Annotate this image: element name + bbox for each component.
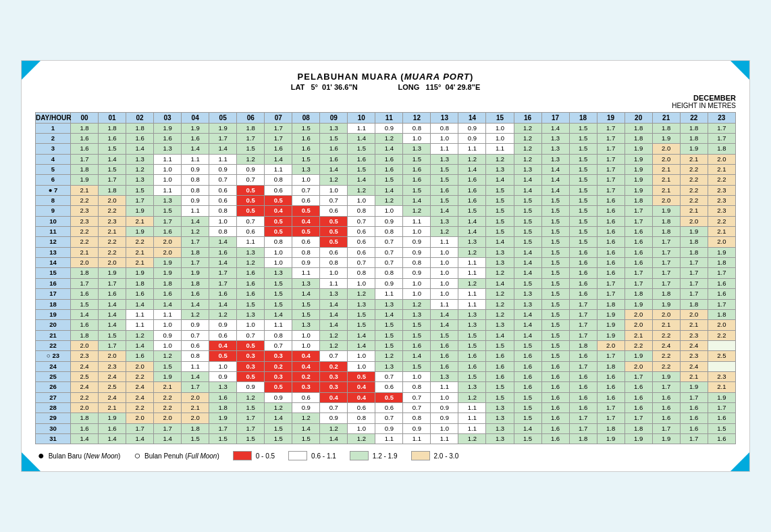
cell-day5-hour11: 1.6 [375,165,403,175]
cell-day18-hour16: 1.3 [514,299,541,309]
cell-day29-hour21: 1.6 [652,413,680,423]
cell-day26-hour4: 1.7 [182,382,209,392]
cell-day1-hour2: 1.8 [126,123,154,133]
cell-day5-hour8: 1.3 [292,165,320,175]
cell-day15-hour6: 1.6 [237,268,265,278]
cell-day12-hour12: 0.9 [403,237,431,247]
cell-day3-hour19: 1.7 [597,144,624,154]
cell-day8-hour4: 0.9 [182,196,209,206]
day-24-cell: 24 [36,361,71,371]
cell-day15-hour0: 1.8 [71,268,99,278]
cell-day15-hour13: 1.0 [431,268,458,278]
cell-day12-hour16: 1.5 [514,237,541,247]
cell-day18-hour17: 1.5 [541,299,569,309]
cell-day15-hour14: 1.1 [458,268,486,278]
cell-day26-hour16: 1.6 [514,382,541,392]
cell-day3-hour18: 1.5 [569,144,597,154]
cell-day5-hour19: 1.7 [597,165,624,175]
table-row: 51.81.51.21.00.90.90.91.11.31.41.51.61.6… [36,165,736,175]
cell-day29-hour16: 1.5 [514,413,541,423]
corner-br-decoration [730,452,749,471]
cell-day28-hour6: 1.5 [237,402,265,413]
cell-day12-hour21: 1.7 [652,237,680,247]
cell-day21-hour4: 0.7 [182,330,209,340]
hour-07-header: 07 [265,112,292,123]
cell-day21-hour17: 1.5 [541,330,569,340]
cell-day18-hour1: 1.4 [99,299,126,309]
cell-day30-hour20: 1.8 [624,423,652,433]
cell-day6-hour16: 1.4 [514,175,541,185]
cell-day24-hour17: 1.6 [541,361,569,371]
day-15-cell: 15 [36,268,71,278]
cell-day15-hour23: 1.7 [708,268,735,278]
cell-day2-hour19: 1.7 [597,134,624,144]
cell-day31-hour14: 1.2 [458,433,486,444]
table-row: 272.22.42.42.22.01.61.20.90.60.40.40.50.… [36,392,736,402]
cell-day30-hour7: 1.5 [265,423,292,433]
cell-day6-hour23: 2.2 [708,175,735,185]
cell-day5-hour12: 1.6 [403,165,431,175]
cell-day8-hour0: 2.2 [71,196,99,206]
cell-day15-hour16: 1.4 [514,268,541,278]
day-12-cell: 12 [36,237,71,247]
cell-day5-hour14: 1.4 [458,165,486,175]
cell-day17-hour1: 1.6 [99,289,126,299]
cell-day11-hour22: 1.9 [680,227,708,237]
cell-day29-hour12: 0.8 [403,413,431,423]
cell-day17-hour22: 1.7 [680,289,708,299]
cell-day30-hour4: 1.8 [182,423,209,433]
cell-day15-hour8: 1.1 [292,268,320,278]
cell-day4-hour2: 1.3 [126,154,154,164]
cell-day19-hour12: 1.3 [403,309,431,319]
cell-day27-hour19: 1.6 [597,392,624,402]
cell-day19-hour0: 1.4 [71,309,99,319]
cell-day12-hour20: 1.6 [624,237,652,247]
cell-day17-hour5: 1.6 [209,289,237,299]
cell-day11-hour13: 1.2 [431,227,458,237]
cell-day14-hour6: 1.2 [237,258,265,268]
cell-day1-hour17: 1.4 [541,123,569,133]
hour-06-header: 06 [237,112,265,123]
table-row: 191.41.41.11.11.21.21.31.41.51.41.51.41.… [36,309,736,319]
cell-day27-hour16: 1.5 [514,392,541,402]
legend-peach-label: 2.0 - 3.0 [434,452,459,460]
cell-day15-hour10: 0.8 [348,268,375,278]
cell-day24-hour9: 0.2 [320,361,348,371]
cell-day2-hour7: 1.7 [265,134,292,144]
cell-day18-hour22: 1.8 [680,299,708,309]
cell-day21-hour1: 1.5 [99,330,126,340]
cell-day20-hour22: 2.1 [680,320,708,330]
cell-day4-hour15: 1.2 [486,154,514,164]
cell-day17-hour0: 1.6 [71,289,99,299]
hour-18-header: 18 [569,112,597,123]
cell-day17-hour4: 1.6 [182,289,209,299]
main-title: PELABUHAN MUARA (MUARA PORT) [35,72,736,82]
cell-day3-hour15: 1.1 [486,144,514,154]
cell-day27-hour20: 1.6 [624,392,652,402]
cell-day26-hour14: 1.3 [458,382,486,392]
cell-day16-hour16: 1.5 [514,278,541,288]
cell-day8-hour15: 1.5 [486,196,514,206]
cell-day25-hour17: 1.6 [541,371,569,381]
cell-day4-hour12: 1.5 [403,154,431,164]
cell-day15-hour17: 1.5 [541,268,569,278]
day-4-cell: 4 [36,154,71,164]
cell-day20-hour2: 1.1 [126,320,154,330]
cell-day30-hour9: 1.2 [320,423,348,433]
cell-day16-hour10: 1.0 [348,278,375,288]
cell-day2-hour17: 1.3 [541,134,569,144]
cell-day24-hour10: 1.0 [348,361,375,371]
cell-day27-hour12: 0.7 [403,392,431,402]
coords-row: LAT 5° 01' 36.6"N LONG 115° 04' 29.8"E [35,83,736,91]
cell-day27-hour9: 0.4 [320,392,348,402]
cell-day29-hour19: 1.7 [597,413,624,423]
main-page: PELABUHAN MUARA (MUARA PORT) LAT 5° 01' … [21,60,750,473]
day-2-cell: 2 [36,134,71,144]
day-14-cell: 14 [36,258,71,268]
height-label: HEIGHT IN METRES [35,102,736,109]
cell-day10-hour11: 0.9 [375,216,403,226]
cell-day31-hour17: 1.6 [541,433,569,444]
cell-day24-hour23 [708,361,735,371]
cell-day10-hour6: 0.7 [237,216,265,226]
cell-day16-hour2: 1.8 [126,278,154,288]
